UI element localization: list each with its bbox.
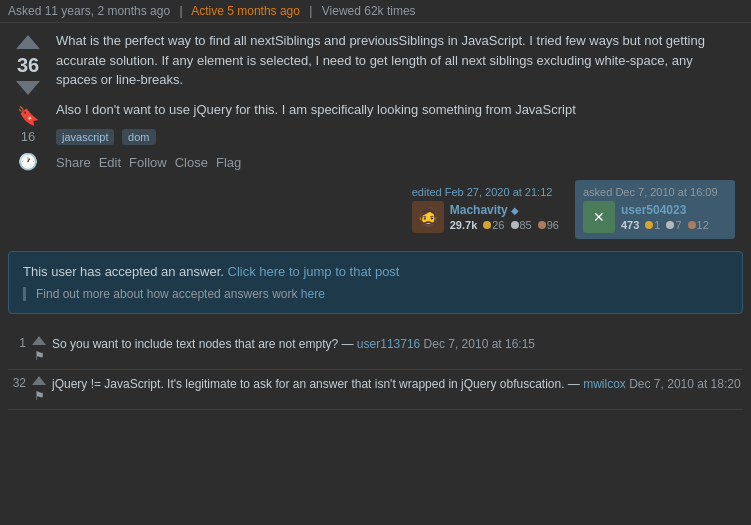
post-signatures: edited Feb 27, 2020 at 21:12 🧔 Machavity… — [56, 180, 735, 239]
asker-silver-dot — [666, 221, 674, 229]
accepted-subtext: Find out more about how accepted answers… — [23, 287, 728, 301]
accepted-jump-link[interactable]: Click here to jump to that post — [228, 264, 400, 279]
tag-dom[interactable]: dom — [122, 129, 155, 145]
history-icon[interactable]: 🕐 — [18, 152, 38, 171]
accepted-notice-text: This user has accepted an answer. Click … — [23, 264, 728, 279]
asker-username[interactable]: user504023 — [621, 203, 709, 217]
editor-avatar: 🧔 — [412, 201, 444, 233]
active-date: Active 5 months ago — [191, 4, 300, 18]
asker-silver: 7 — [666, 219, 681, 231]
editor-rep: 29.7k — [450, 219, 478, 231]
comment-date-1: Dec 7, 2010 at 16:15 — [424, 337, 535, 351]
comment-row: 1 ⚑ So you want to include text nodes th… — [8, 330, 743, 370]
asker-gold-dot — [645, 221, 653, 229]
comment-num-1: 1 — [8, 336, 26, 350]
editor-date-link[interactable]: edited Feb 27, 2020 at 21:12 — [412, 186, 553, 198]
comment-upvote-1[interactable] — [32, 336, 46, 345]
accepted-notice: This user has accepted an answer. Click … — [8, 251, 743, 314]
comment-flag-2[interactable]: ⚑ — [34, 389, 45, 403]
asker-user-row: ✕ user504023 473 1 7 12 — [583, 201, 727, 233]
tags-row: javascript dom — [56, 129, 735, 145]
comment-upvote-2[interactable] — [32, 376, 46, 385]
vote-count: 36 — [17, 53, 39, 77]
comments-section: 1 ⚑ So you want to include text nodes th… — [0, 326, 751, 414]
editor-avatar-img: 🧔 — [412, 201, 444, 233]
question-text-p1: What is the perfect way to find all next… — [56, 31, 735, 90]
separator: | — [309, 4, 312, 18]
follow-link[interactable]: Follow — [129, 155, 167, 170]
close-link[interactable]: Close — [175, 155, 208, 170]
flag-link[interactable]: Flag — [216, 155, 241, 170]
question-actions: Share Edit Follow Close Flag — [56, 155, 735, 170]
share-link[interactable]: Share — [56, 155, 91, 170]
comment-date-2: Dec 7, 2010 at 18:20 — [629, 377, 740, 391]
question-body: What is the perfect way to find all next… — [48, 31, 743, 239]
comment-vote-col-1: ⚑ — [32, 336, 46, 363]
separator: | — [179, 4, 182, 18]
asker-bronze-dot — [688, 221, 696, 229]
editor-info: Machavity ◆ 29.7k 26 85 96 — [450, 203, 559, 231]
editor-silver: 85 — [511, 219, 532, 231]
asker-info: user504023 473 1 7 12 — [621, 203, 709, 231]
vote-column: 36 🔖 16 🕐 — [8, 31, 48, 239]
asker-label: asked Dec 7, 2010 at 16:09 — [583, 186, 727, 198]
accepted-sub-link[interactable]: here — [301, 287, 325, 301]
comment-user-1[interactable]: user113716 — [357, 337, 420, 351]
editor-user-row: 🧔 Machavity ◆ 29.7k 26 85 96 — [412, 201, 559, 233]
gold-dot — [483, 221, 491, 229]
view-count: Viewed 62k times — [322, 4, 416, 18]
editor-rep-row: 29.7k 26 85 96 — [450, 219, 559, 231]
asker-rep-row: 473 1 7 12 — [621, 219, 709, 231]
editor-username-row: Machavity ◆ — [450, 203, 559, 217]
upvote-button[interactable] — [16, 35, 40, 49]
comment-text-1: So you want to include text nodes that a… — [52, 336, 743, 353]
comment-text-2: jQuery != JavaScript. It's legitimate to… — [52, 376, 743, 393]
comment-row-2: 32 ⚑ jQuery != JavaScript. It's legitima… — [8, 370, 743, 410]
bookmark-icon[interactable]: 🔖 — [17, 105, 39, 127]
tag-javascript[interactable]: javascript — [56, 129, 114, 145]
comment-flag-1[interactable]: ⚑ — [34, 349, 45, 363]
bronze-dot — [538, 221, 546, 229]
asker-avatar-img: ✕ — [583, 201, 615, 233]
editor-bronze: 96 — [538, 219, 559, 231]
editor-username[interactable]: Machavity — [450, 203, 508, 217]
asked-date: Asked 11 years, 2 months ago — [8, 4, 170, 18]
silver-dot — [511, 221, 519, 229]
asker-avatar: ✕ — [583, 201, 615, 233]
asker-bronze: 12 — [688, 219, 709, 231]
asker-card: asked Dec 7, 2010 at 16:09 ✕ user504023 … — [575, 180, 735, 239]
asker-gold: 1 — [645, 219, 660, 231]
downvote-button[interactable] — [16, 81, 40, 95]
comment-vote-col-2: ⚑ — [32, 376, 46, 403]
accepted-main-text: This user has accepted an answer. — [23, 264, 224, 279]
accepted-sub-text: Find out more about how accepted answers… — [36, 287, 297, 301]
bookmark-count: 16 — [21, 129, 35, 144]
comment-user-2[interactable]: mwilcox — [583, 377, 626, 391]
comment-num-2: 32 — [8, 376, 26, 390]
editor-card: edited Feb 27, 2020 at 21:12 🧔 Machavity… — [404, 180, 567, 239]
editor-diamond: ◆ — [511, 205, 519, 216]
asker-rep: 473 — [621, 219, 639, 231]
question-meta: Asked 11 years, 2 months ago | Active 5 … — [0, 0, 751, 23]
question-text-p2: Also I don't want to use jQuery for this… — [56, 100, 735, 120]
edit-link[interactable]: Edit — [99, 155, 121, 170]
editor-gold: 26 — [483, 219, 504, 231]
question-section: 36 🔖 16 🕐 What is the perfect way to fin… — [0, 23, 751, 239]
editor-label: edited Feb 27, 2020 at 21:12 — [412, 186, 559, 198]
